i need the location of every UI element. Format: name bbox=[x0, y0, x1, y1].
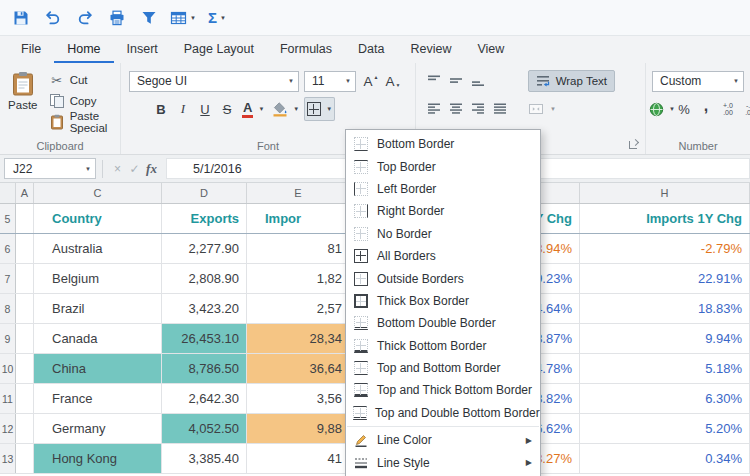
select-all-corner[interactable] bbox=[0, 183, 16, 203]
cell-D10[interactable]: 8,786.50 bbox=[162, 354, 247, 383]
align-right-button[interactable] bbox=[468, 97, 488, 121]
row-header-12[interactable]: 12 bbox=[0, 414, 16, 443]
menu-item-all-borders[interactable]: All Borders bbox=[346, 245, 540, 267]
row-header-11[interactable]: 11 bbox=[0, 384, 16, 413]
row-header-10[interactable]: 10 bbox=[0, 354, 16, 383]
row-header-13[interactable]: 13 bbox=[0, 444, 16, 473]
bold-button[interactable]: B bbox=[151, 97, 171, 121]
justify-button[interactable] bbox=[490, 97, 510, 121]
table-button[interactable]: ▼ bbox=[167, 4, 199, 32]
cell-D5[interactable]: Exports bbox=[162, 204, 247, 233]
cell-C8[interactable]: Brazil bbox=[34, 294, 162, 323]
menu-item-right-border[interactable]: Right Border bbox=[346, 200, 540, 222]
tab-formulas[interactable]: Formulas bbox=[267, 36, 345, 63]
cell-E10[interactable]: 36,64 bbox=[247, 354, 350, 383]
tab-data[interactable]: Data bbox=[345, 36, 397, 63]
copy-button[interactable]: Copy bbox=[46, 91, 120, 111]
menu-item-left-border[interactable]: Left Border bbox=[346, 178, 540, 200]
align-bottom-button[interactable] bbox=[468, 70, 488, 92]
underline-button[interactable]: U bbox=[195, 97, 215, 121]
column-header-H[interactable]: H bbox=[580, 183, 750, 203]
cell-A8[interactable] bbox=[16, 294, 34, 323]
number-format-select[interactable]: Custom ▼ bbox=[652, 71, 744, 92]
cell-H11[interactable]: 6.30% bbox=[580, 384, 750, 413]
cell-E13[interactable]: 41 bbox=[247, 444, 350, 473]
column-header-E[interactable]: E bbox=[247, 183, 350, 203]
cell-H10[interactable]: 5.18% bbox=[580, 354, 750, 383]
filter-button[interactable] bbox=[135, 4, 163, 32]
tab-page-layout[interactable]: Page Layout bbox=[171, 36, 267, 63]
menu-item-outside-borders[interactable]: Outside Borders bbox=[346, 267, 540, 289]
cell-C6[interactable]: Australia bbox=[34, 234, 162, 263]
column-header-D[interactable]: D bbox=[162, 183, 247, 203]
print-button[interactable] bbox=[103, 4, 131, 32]
menu-item-bottom-double-border[interactable]: Bottom Double Border bbox=[346, 312, 540, 334]
cell-E6[interactable]: 81 bbox=[247, 234, 350, 263]
sum-button[interactable]: Σ▼ bbox=[203, 4, 231, 32]
cell-A7[interactable] bbox=[16, 264, 34, 293]
align-center-button[interactable] bbox=[446, 97, 466, 121]
cell-A11[interactable] bbox=[16, 384, 34, 413]
borders-button[interactable]: ▼ bbox=[304, 97, 335, 121]
merge-cells-button[interactable]: ▼ bbox=[526, 97, 558, 121]
cell-H5[interactable]: Imports 1Y Chg bbox=[580, 204, 750, 233]
cell-D13[interactable]: 3,385.40 bbox=[162, 444, 247, 473]
cell-C7[interactable]: Belgium bbox=[34, 264, 162, 293]
cell-E5[interactable]: Impor bbox=[247, 204, 350, 233]
cell-H9[interactable]: 9.94% bbox=[580, 324, 750, 353]
tab-home[interactable]: Home bbox=[54, 36, 113, 63]
menu-item-no-border[interactable]: No Border bbox=[346, 223, 540, 245]
cell-D9[interactable]: 26,453.10 bbox=[162, 324, 247, 353]
row-header-7[interactable]: 7 bbox=[0, 264, 16, 293]
menu-item-top-and-double-bottom-border[interactable]: Top and Double Bottom Border bbox=[346, 402, 540, 424]
cell-D12[interactable]: 4,052.50 bbox=[162, 414, 247, 443]
tab-file[interactable]: File bbox=[8, 36, 54, 63]
cell-E12[interactable]: 9,88 bbox=[247, 414, 350, 443]
cell-A13[interactable] bbox=[16, 444, 34, 473]
cell-A12[interactable] bbox=[16, 414, 34, 443]
cell-D7[interactable]: 2,808.90 bbox=[162, 264, 247, 293]
menu-item-thick-box-border[interactable]: Thick Box Border bbox=[346, 290, 540, 312]
font-size-select[interactable]: 11 ▼ bbox=[304, 71, 356, 92]
cell-H12[interactable]: 5.20% bbox=[580, 414, 750, 443]
cell-E11[interactable]: 3,56 bbox=[247, 384, 350, 413]
cell-A10[interactable] bbox=[16, 354, 34, 383]
italic-button[interactable]: I bbox=[173, 97, 193, 121]
row-header-5[interactable]: 5 bbox=[0, 204, 16, 233]
fill-color-button[interactable]: ▼ bbox=[269, 97, 302, 121]
cell-D8[interactable]: 3,423.20 bbox=[162, 294, 247, 323]
cell-H8[interactable]: 18.83% bbox=[580, 294, 750, 323]
cell-D11[interactable]: 2,642.30 bbox=[162, 384, 247, 413]
cell-A6[interactable] bbox=[16, 234, 34, 263]
cell-C12[interactable]: Germany bbox=[34, 414, 162, 443]
cell-C13[interactable]: Hong Kong bbox=[34, 444, 162, 473]
font-name-select[interactable]: Segoe UI ▼ bbox=[129, 71, 299, 92]
row-header-8[interactable]: 8 bbox=[0, 294, 16, 323]
cell-H6[interactable]: -2.79% bbox=[580, 234, 750, 263]
comma-style-button[interactable]: , bbox=[696, 97, 716, 121]
menu-item-thick-bottom-border[interactable]: Thick Bottom Border bbox=[346, 335, 540, 357]
row-header-9[interactable]: 9 bbox=[0, 324, 16, 353]
menu-item-line-style[interactable]: Line Style▶ bbox=[346, 451, 540, 473]
alignment-dialog-launcher[interactable] bbox=[629, 140, 638, 149]
font-color-button[interactable]: A ▼ bbox=[239, 97, 267, 121]
menu-item-top-border[interactable]: Top Border bbox=[346, 155, 540, 177]
cut-button[interactable]: ✂ Cut bbox=[46, 70, 120, 90]
menu-item-line-color[interactable]: Line Color▶ bbox=[346, 429, 540, 451]
tab-view[interactable]: View bbox=[464, 36, 517, 63]
menu-item-top-and-thick-bottom-border[interactable]: Top and Thick Bottom Border bbox=[346, 379, 540, 401]
percent-style-button[interactable]: % bbox=[674, 97, 694, 121]
increase-decimal-button[interactable]: +.0 .00 bbox=[718, 97, 738, 121]
wrap-text-button[interactable]: Wrap Text bbox=[528, 70, 615, 92]
align-top-button[interactable] bbox=[424, 70, 444, 92]
paste-button[interactable]: Paste bbox=[6, 70, 40, 132]
column-header-A[interactable]: A bbox=[16, 183, 34, 203]
decrease-decimal-button[interactable]: -.0 .00 bbox=[740, 97, 750, 121]
cell-C9[interactable]: Canada bbox=[34, 324, 162, 353]
strikethrough-button[interactable]: S bbox=[217, 97, 237, 121]
cell-H13[interactable]: 0.34% bbox=[580, 444, 750, 473]
align-left-button[interactable] bbox=[424, 97, 444, 121]
cell-E7[interactable]: 1,82 bbox=[247, 264, 350, 293]
align-middle-button[interactable] bbox=[446, 70, 466, 92]
cell-H7[interactable]: 22.91% bbox=[580, 264, 750, 293]
